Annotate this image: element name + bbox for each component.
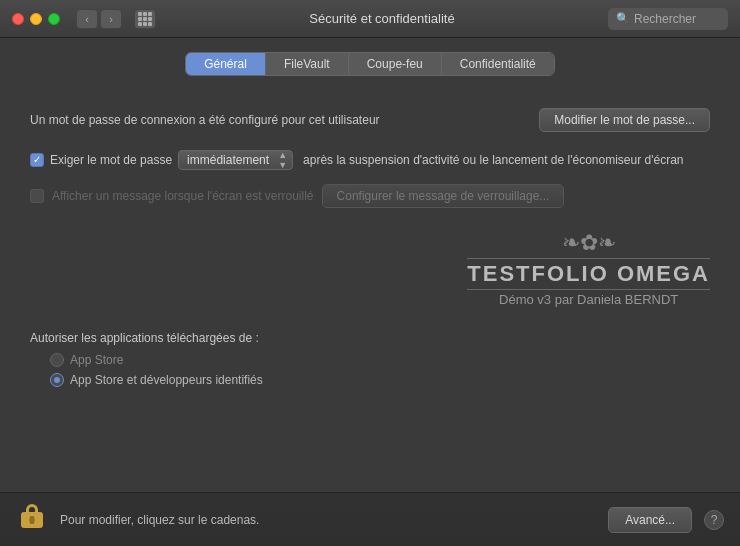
radio-group: App Store App Store et développeurs iden… [30,353,710,387]
search-placeholder: Rechercher [634,12,696,26]
tab-filevault[interactable]: FileVault [266,53,349,75]
radio-dot [54,377,60,383]
radio-app-store[interactable]: App Store [50,353,710,367]
checkbox-check-icon: ✓ [33,155,41,165]
show-message-row: Afficher un message lorsque l'écran est … [30,182,710,210]
grid-button[interactable] [134,9,156,29]
close-button[interactable] [12,13,24,25]
tab-coupe-feu[interactable]: Coupe-feu [349,53,442,75]
forward-button[interactable]: › [100,9,122,29]
maximize-button[interactable] [48,13,60,25]
immediately-select-wrapper: immédiatement ▲▼ [178,150,293,170]
apps-section: Autoriser les applications téléchargées … [30,327,710,391]
radio-label-app-store-dev: App Store et développeurs identifiés [70,373,263,387]
lock-icon-container[interactable] [16,502,48,538]
nav-buttons: ‹ › [76,9,122,29]
apps-section-label: Autoriser les applications téléchargées … [30,331,710,345]
configure-message-button: Configurer le message de verrouillage... [322,184,565,208]
tab-general[interactable]: Général [186,53,266,75]
grid-icon [138,12,152,26]
require-password-checkbox[interactable]: ✓ [30,153,44,167]
password-configured-row: Un mot de passe de connexion a été confi… [30,102,710,138]
title-bar: ‹ › Sécurité et confidentialité 🔍 Recher… [0,0,740,38]
tab-group: Général FileVault Coupe-feu Confidential… [185,52,555,76]
watermark-title: TESTFOLIO OMEGA [467,258,710,290]
require-checkbox-container: ✓ Exiger le mot de passe [30,153,172,167]
after-suspend-text: après la suspension d'activité ou le lan… [303,153,683,167]
minimize-button[interactable] [30,13,42,25]
traffic-lights [12,13,60,25]
lock-icon [21,512,43,528]
search-icon: 🔍 [616,12,630,25]
radio-btn-app-store[interactable] [50,353,64,367]
help-button[interactable]: ? [704,510,724,530]
require-password-row: ✓ Exiger le mot de passe immédiatement ▲… [30,150,710,170]
lock-body-rect [21,512,43,528]
show-message-label: Afficher un message lorsque l'écran est … [52,189,314,203]
watermark-subtitle: Démo v3 par Daniela BERNDT [467,292,710,307]
immediately-select[interactable]: immédiatement [178,150,293,170]
radio-app-store-dev[interactable]: App Store et développeurs identifiés [50,373,710,387]
bottom-bar: Pour modifier, cliquez sur le cadenas. A… [0,492,740,546]
watermark-ornament: ❧✿❧ [467,230,710,256]
watermark: ❧✿❧ TESTFOLIO OMEGA Démo v3 par Daniela … [467,230,710,307]
back-button[interactable]: ‹ [76,9,98,29]
password-configured-text: Un mot de passe de connexion a été confi… [30,113,380,127]
radio-btn-app-store-dev[interactable] [50,373,64,387]
tab-bar: Général FileVault Coupe-feu Confidential… [0,38,740,86]
main-content: Général FileVault Coupe-feu Confidential… [0,38,740,492]
lock-instruction-text: Pour modifier, cliquez sur le cadenas. [60,513,596,527]
radio-label-app-store: App Store [70,353,123,367]
watermark-area: ❧✿❧ TESTFOLIO OMEGA Démo v3 par Daniela … [30,222,710,315]
lock-keyhole [30,516,35,524]
tab-confidentialite[interactable]: Confidentialité [442,53,554,75]
advanced-button[interactable]: Avancé... [608,507,692,533]
search-bar[interactable]: 🔍 Rechercher [608,8,728,30]
require-password-label: Exiger le mot de passe [50,153,172,167]
content-area: Un mot de passe de connexion a été confi… [0,86,740,492]
show-message-checkbox[interactable] [30,189,44,203]
window-title: Sécurité et confidentialité [164,11,600,26]
modify-password-button[interactable]: Modifier le mot de passe... [539,108,710,132]
